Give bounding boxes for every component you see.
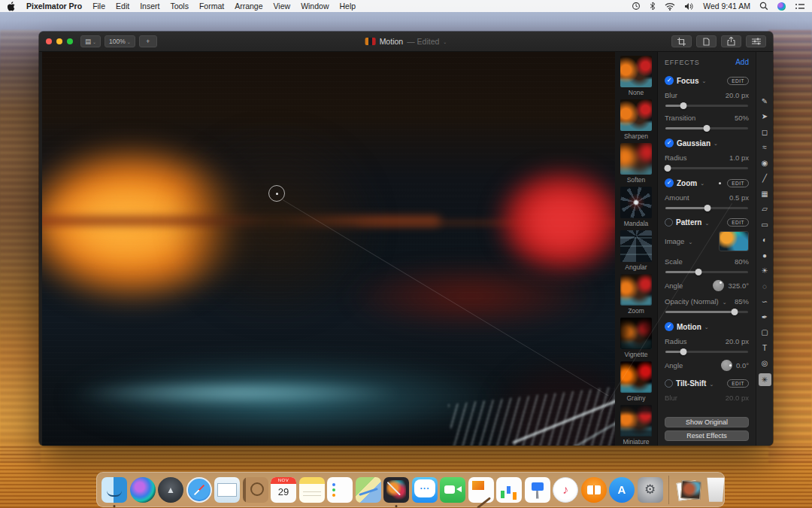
clone-tool[interactable]: ◐ [759,235,771,246]
bluetooth-icon[interactable] [650,2,656,11]
preset-grainy[interactable]: Grainy [615,361,657,402]
zoom-level-button[interactable]: 100% ⌄ [105,35,135,47]
apple-menu-icon[interactable] [8,2,16,11]
motion-angle-dial[interactable] [721,360,732,371]
gaussian-section-header[interactable]: ✓ Gaussian ⌄ [665,138,749,148]
amount-slider[interactable] [665,207,748,209]
eraser-tool[interactable]: ▱ [759,204,771,215]
slider-thumb[interactable] [680,348,687,355]
add-effect-button[interactable]: Add [735,58,749,66]
dock-facetime-icon[interactable] [440,477,465,503]
view-options-button[interactable] [746,35,766,47]
notification-center-icon[interactable] [795,2,804,11]
slider-thumb[interactable] [704,205,711,211]
dock-finder-icon[interactable] [102,477,127,503]
preset-angular[interactable]: Angular [615,230,657,271]
dock-numbers-icon[interactable] [496,477,522,503]
pattern-enabled-checkbox[interactable] [665,218,673,227]
dock-safari-icon[interactable] [186,477,212,503]
motion-radius-slider[interactable] [665,351,748,353]
gaussian-enabled-checkbox[interactable]: ✓ [665,138,674,148]
slider-thumb[interactable] [695,269,702,275]
dock-siri-icon[interactable] [130,477,156,503]
dock-notes-icon[interactable] [299,477,325,503]
dock-trash-icon[interactable] [703,477,729,503]
dock-calendar-icon[interactable]: NOV 29 [271,477,296,503]
type-tool[interactable]: T [759,342,771,354]
zoom-enabled-checkbox[interactable]: ✓ [665,178,674,187]
dock-keynote-icon[interactable] [525,477,550,503]
wifi-icon[interactable] [665,2,675,11]
dock-pixelmator-pro-icon[interactable] [383,477,409,503]
siri-icon[interactable] [777,2,786,11]
menu-insert[interactable]: Insert [140,2,159,11]
blur-slider[interactable] [665,105,748,107]
menu-help[interactable]: Help [339,2,356,11]
crop-tool[interactable]: ▦ [759,188,771,199]
dock-itunes-icon[interactable] [553,477,578,503]
slice-tool[interactable]: ╱ [759,173,771,184]
select-color-tool[interactable]: ◉ [759,157,771,169]
document-title-area[interactable]: Motion — Edited ⌄ [365,32,447,51]
opacity-slider[interactable] [665,311,748,313]
export-button[interactable] [721,35,741,47]
dock-contacts-icon[interactable] [243,477,268,503]
shape-tool[interactable]: ▢ [759,327,771,339]
minimize-button[interactable] [56,38,62,44]
menu-format[interactable]: Format [199,2,224,11]
spotlight-icon[interactable] [759,2,768,11]
time-machine-icon[interactable] [632,2,641,11]
preset-miniature[interactable]: Miniature [615,405,657,446]
transition-slider[interactable] [665,127,748,129]
slider-thumb[interactable] [665,165,671,172]
pattern-section-header[interactable]: Pattern ⌄ EDIT [665,218,749,227]
zoom-edit-button[interactable]: EDIT [727,179,749,187]
focus-enabled-checkbox[interactable]: ✓ [665,76,674,85]
dock-launchpad-icon[interactable] [158,477,183,503]
dock-maps-icon[interactable] [356,477,381,503]
select-freeform-tool[interactable]: ≈ [759,142,771,154]
color-tool[interactable]: ◎ [759,358,771,370]
canvas[interactable] [42,52,615,446]
tilt-shift-edit-button[interactable]: EDIT [727,379,749,388]
scale-slider[interactable] [665,271,748,273]
focus-edit-button[interactable]: EDIT [727,77,749,85]
preset-sharpen[interactable]: Sharpen [615,99,657,140]
heal-tool[interactable]: ● [759,250,771,261]
crop-toolbar-button[interactable] [671,35,692,47]
slider-thumb[interactable] [704,125,710,132]
pen-tool[interactable]: ✒ [759,312,771,323]
menu-clock[interactable]: Wed 9:41 AM [703,2,750,11]
move-tool[interactable]: ➤ [759,111,771,123]
effects-tool[interactable]: ✳ [759,373,771,386]
preset-none[interactable]: None [615,56,657,96]
tilt-shift-enabled-checkbox[interactable] [665,379,673,388]
preset-zoom[interactable]: Zoom [615,274,657,315]
motion-section-header[interactable]: ✓ Motion ⌄ [665,322,749,331]
menu-window[interactable]: Window [301,2,329,11]
show-original-button[interactable]: Show Original [665,417,749,427]
dock-system-preferences-icon[interactable] [638,477,663,503]
soften-tool[interactable]: ◌ [759,281,771,292]
menu-edit[interactable]: Edit [116,2,129,11]
menu-file[interactable]: File [92,2,105,11]
angle-dial[interactable] [713,280,724,291]
zoom-effect-center-handle[interactable] [268,185,285,202]
slider-thumb[interactable] [732,309,738,315]
menu-app-name[interactable]: Pixelmator Pro [26,2,82,11]
dock-reminders-icon[interactable] [327,477,353,503]
reset-effects-button[interactable]: Reset Effects [665,430,749,441]
maximize-button[interactable] [67,38,73,44]
pattern-image-well[interactable] [719,231,749,251]
style-tool[interactable]: ✎ [759,96,771,107]
zoom-section-header[interactable]: ✓ Zoom ⌄ EDIT [665,178,749,187]
close-button[interactable] [46,38,52,44]
light-tool[interactable]: ☀ [759,266,771,277]
preset-soften[interactable]: Soften [615,143,657,184]
menu-view[interactable]: View [274,2,291,11]
dock-pages-icon[interactable] [468,477,494,503]
smudge-tool[interactable]: ∽ [759,297,771,308]
focus-section-header[interactable]: ✓ Focus ⌄ EDIT [665,76,749,85]
radius-slider[interactable] [665,167,748,169]
preset-vignette[interactable]: Vignette [615,318,657,358]
